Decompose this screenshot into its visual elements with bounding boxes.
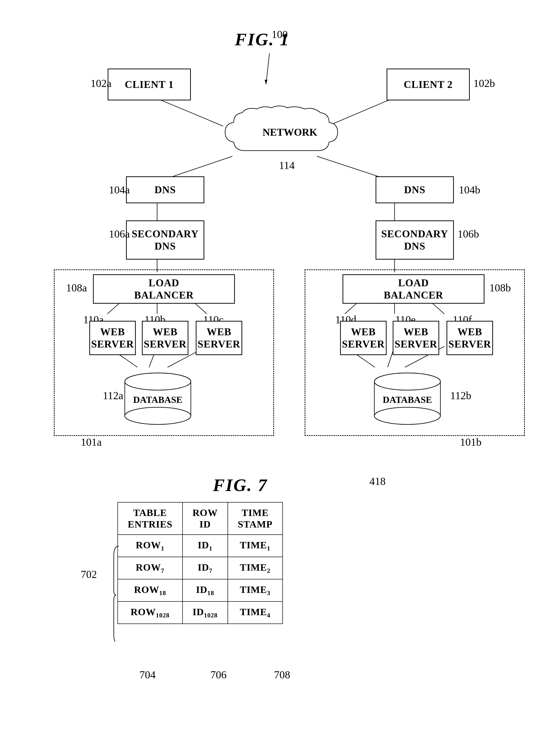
row1-entry: ROW1 xyxy=(118,535,182,557)
network-label: NETWORK xyxy=(262,127,317,138)
ref-702: 702 xyxy=(81,568,97,581)
web-server-left-c-label: WEB SERVER xyxy=(198,326,240,350)
client2-label: CLIENT 2 xyxy=(404,78,453,90)
svg-text:DATABASE: DATABASE xyxy=(133,395,182,405)
web-server-right-b-label: WEB SERVER xyxy=(395,326,438,350)
web-server-right-a-label: WEB SERVER xyxy=(342,326,385,350)
database-left: DATABASE xyxy=(122,372,193,426)
table-row: ROW7 ID7 TIME2 xyxy=(118,557,283,579)
ref-114: 114 xyxy=(279,159,295,172)
web-server-right-a: WEB SERVER xyxy=(340,321,387,355)
database-right: DATABASE xyxy=(372,372,443,426)
dns-right-box: DNS xyxy=(376,176,454,203)
row18-time: TIME3 xyxy=(228,579,283,601)
ref-112a: 112a xyxy=(103,390,123,402)
table-row: ROW18 ID18 TIME3 xyxy=(118,579,283,601)
row7-time: TIME2 xyxy=(228,557,283,579)
row1028-entry: ROW1028 xyxy=(118,601,182,624)
ref-102a: 102a xyxy=(90,77,112,90)
ref-108b: 108b xyxy=(489,282,511,294)
svg-point-25 xyxy=(125,373,191,390)
row1028-time: TIME4 xyxy=(228,601,283,624)
ref-708: 708 xyxy=(274,669,290,681)
ref-108a: 108a xyxy=(66,282,87,294)
ref-106a: 106a xyxy=(109,228,130,240)
web-server-right-c: WEB SERVER xyxy=(447,321,493,355)
ref-101b: 101b xyxy=(460,436,482,448)
svg-point-24 xyxy=(125,407,191,425)
ref-102b: 102b xyxy=(473,77,495,90)
web-server-left-b: WEB SERVER xyxy=(142,321,188,355)
col-header-table-entries: TABLEENTRIES xyxy=(118,502,182,535)
client1-label: CLIENT 1 xyxy=(125,78,174,90)
secondary-dns-right-box: SECONDARY DNS xyxy=(376,220,454,260)
ref-104a: 104a xyxy=(109,184,130,196)
row1-time: TIME1 xyxy=(228,535,283,557)
secondary-dns-left-box: SECONDARY DNS xyxy=(126,220,204,260)
fig7-title: FIG. 7 xyxy=(213,475,268,495)
row1-id: ID1 xyxy=(182,535,228,557)
row1028-id: ID1028 xyxy=(182,601,228,624)
secondary-dns-right-label: SECONDARY DNS xyxy=(381,228,448,252)
load-balancer-left-label: LOAD BALANCER xyxy=(134,277,194,301)
dns-left-box: DNS xyxy=(126,176,204,203)
dns-right-label: DNS xyxy=(404,184,425,196)
fig7-table: TABLEENTRIES ROWID TIMESTAMP ROW1 ID1 TI… xyxy=(117,502,283,624)
svg-point-29 xyxy=(374,407,440,425)
table-row: ROW1028 ID1028 TIME4 xyxy=(118,601,283,624)
client2-box: CLIENT 2 xyxy=(387,68,470,100)
load-balancer-right-box: LOAD BALANCER xyxy=(343,274,484,304)
ref-418: 418 xyxy=(370,475,386,488)
ref-706: 706 xyxy=(210,669,226,681)
web-server-left-a: WEB SERVER xyxy=(89,321,136,355)
network-cloud: NETWORK xyxy=(220,104,360,161)
load-balancer-left-box: LOAD BALANCER xyxy=(93,274,235,304)
svg-marker-1 xyxy=(265,80,267,84)
client1-box: CLIENT 1 xyxy=(108,68,191,100)
fig1-diagram: FIG. 1 100 CLIENT 1 102a CLIENT 2 102b N… xyxy=(15,15,536,456)
row7-id: ID7 xyxy=(182,557,228,579)
table-row: ROW1 ID1 TIME1 xyxy=(118,535,283,557)
svg-point-30 xyxy=(374,373,440,390)
ref-704: 704 xyxy=(139,669,156,681)
col-header-time-stamp: TIMESTAMP xyxy=(228,502,283,535)
web-server-left-a-label: WEB SERVER xyxy=(91,326,134,350)
load-balancer-right-label: LOAD BALANCER xyxy=(384,277,443,301)
web-server-left-c: WEB SERVER xyxy=(196,321,242,355)
ref-101a: 101a xyxy=(81,436,102,448)
web-server-right-b: WEB SERVER xyxy=(393,321,439,355)
secondary-dns-left-label: SECONDARY DNS xyxy=(132,228,199,252)
web-server-right-c-label: WEB SERVER xyxy=(449,326,491,350)
fig7-diagram: FIG. 7 418 TABLEENTRIES ROWID TIMESTAMP … xyxy=(15,475,536,720)
ref-104b: 104b xyxy=(459,184,480,196)
web-server-left-b-label: WEB SERVER xyxy=(144,326,187,350)
row7-entry: ROW7 xyxy=(118,557,182,579)
ref-112b: 112b xyxy=(450,390,471,402)
row18-entry: ROW18 xyxy=(118,579,182,601)
col-header-row-id: ROWID xyxy=(182,502,228,535)
ref-106b: 106b xyxy=(458,228,479,240)
dns-left-label: DNS xyxy=(154,184,176,196)
row18-id: ID18 xyxy=(182,579,228,601)
svg-text:DATABASE: DATABASE xyxy=(383,395,432,405)
ref-100: 100 xyxy=(271,28,288,41)
svg-line-0 xyxy=(266,53,269,84)
